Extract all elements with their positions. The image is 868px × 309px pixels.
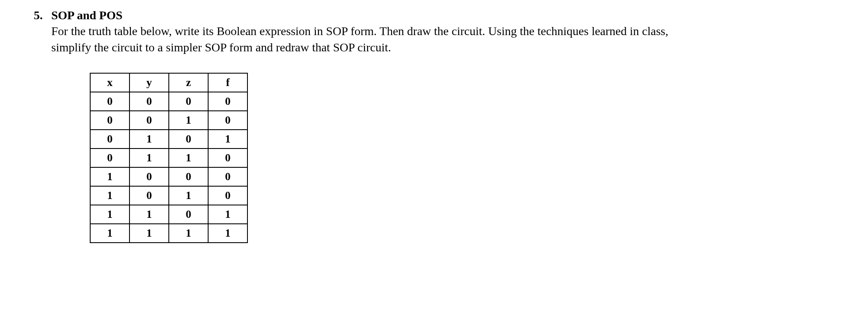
question-number: 5. — [17, 9, 51, 22]
table-header-row: x y z f — [90, 73, 247, 92]
table-cell: 1 — [129, 149, 169, 167]
table-row: 1 1 0 1 — [90, 205, 247, 224]
table-cell: 0 — [208, 149, 247, 167]
question-content: SOP and POS For the truth table below, w… — [51, 9, 851, 243]
table-cell: 1 — [129, 205, 169, 224]
table-cell: 0 — [90, 149, 129, 167]
table-cell: 0 — [129, 111, 169, 130]
table-row: 0 0 1 0 — [90, 111, 247, 130]
table-header-cell: x — [90, 73, 129, 92]
table-cell: 0 — [208, 186, 247, 205]
question-block: 5. SOP and POS For the truth table below… — [17, 9, 851, 243]
table-cell: 1 — [169, 149, 208, 167]
truth-table: x y z f 0 0 0 0 0 0 — [90, 73, 248, 243]
table-body: 0 0 0 0 0 0 1 0 0 1 0 1 — [90, 92, 247, 243]
table-cell: 0 — [169, 130, 208, 149]
table-cell: 1 — [208, 130, 247, 149]
table-cell: 0 — [169, 205, 208, 224]
table-cell: 1 — [90, 224, 129, 243]
table-cell: 0 — [90, 92, 129, 111]
table-cell: 1 — [90, 205, 129, 224]
table-header-cell: f — [208, 73, 247, 92]
table-cell: 0 — [129, 167, 169, 186]
truth-table-wrap: x y z f 0 0 0 0 0 0 — [51, 73, 851, 243]
table-cell: 0 — [208, 111, 247, 130]
table-row: 1 0 0 0 — [90, 167, 247, 186]
table-cell: 1 — [129, 224, 169, 243]
table-cell: 0 — [129, 92, 169, 111]
table-header-cell: y — [129, 73, 169, 92]
table-row: 0 1 0 1 — [90, 130, 247, 149]
table-cell: 1 — [90, 167, 129, 186]
table-cell: 1 — [129, 130, 169, 149]
table-cell: 0 — [208, 167, 247, 186]
table-cell: 0 — [129, 186, 169, 205]
table-cell: 0 — [208, 92, 247, 111]
question-title: SOP and POS — [51, 9, 851, 22]
table-row: 1 0 1 0 — [90, 186, 247, 205]
table-cell: 1 — [169, 111, 208, 130]
table-row: 1 1 1 1 — [90, 224, 247, 243]
table-cell: 0 — [90, 111, 129, 130]
table-cell: 1 — [169, 224, 208, 243]
table-cell: 0 — [90, 130, 129, 149]
table-row: 0 1 1 0 — [90, 149, 247, 167]
question-prompt: For the truth table below, write its Boo… — [51, 23, 692, 56]
table-header-cell: z — [169, 73, 208, 92]
table-cell: 1 — [208, 205, 247, 224]
table-cell: 1 — [90, 186, 129, 205]
table-row: 0 0 0 0 — [90, 92, 247, 111]
table-cell: 1 — [208, 224, 247, 243]
table-cell: 0 — [169, 167, 208, 186]
table-cell: 0 — [169, 92, 208, 111]
table-cell: 1 — [169, 186, 208, 205]
